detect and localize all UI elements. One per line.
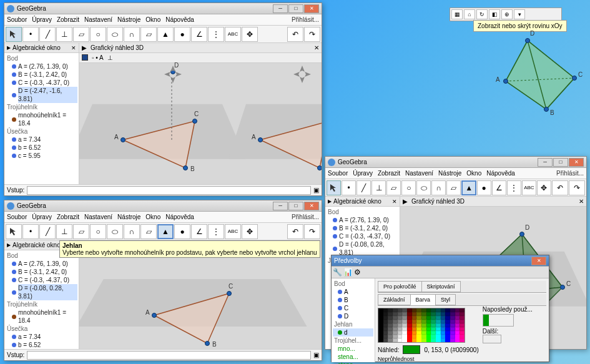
undo-button[interactable]: ↶ <box>287 27 303 42</box>
tool-text[interactable]: ABC <box>225 27 241 42</box>
point-marker[interactable] <box>183 165 188 170</box>
color-palette[interactable] <box>378 308 465 343</box>
tool-text[interactable]: ABC <box>225 224 241 239</box>
menu-item[interactable]: Nástroje <box>117 16 140 23</box>
props-toolbar-icon[interactable]: ⚙ <box>354 268 361 277</box>
tool-plane[interactable]: ▱ <box>140 27 157 42</box>
close-button[interactable]: ✕ <box>304 4 319 13</box>
properties-dialog: Předvolby ✕ 🔧 📊 ⚙ Bod A B C D Jehlan d T… <box>331 255 549 362</box>
redo-button[interactable]: ↷ <box>304 27 320 42</box>
point-marker[interactable] <box>192 119 197 124</box>
tool-polygon[interactable]: ▱ <box>73 27 89 42</box>
tool-intersect[interactable]: ∩ <box>124 224 140 239</box>
rotate-button[interactable]: ↻ <box>476 9 488 19</box>
props-toolbar-icon[interactable]: 📊 <box>343 268 353 277</box>
tab-basic[interactable]: Základní <box>378 294 411 305</box>
command-input[interactable] <box>27 186 311 195</box>
menu-item[interactable]: Úpravy <box>32 16 52 23</box>
list-item[interactable]: b = 6.52 <box>6 144 77 152</box>
point-icon <box>12 72 16 77</box>
collapse-icon: ▶ <box>7 45 11 51</box>
close-button[interactable]: ✕ <box>531 257 546 265</box>
tool-pointer[interactable] <box>6 27 22 42</box>
category: Trojúhelník <box>6 103 77 111</box>
command-input[interactable] <box>27 351 311 360</box>
maximize-button[interactable]: □ <box>288 4 303 13</box>
app-title: GeoGebra <box>17 202 46 209</box>
tool-pyramid[interactable]: ▲ <box>461 180 476 195</box>
titlebar[interactable]: GeoGebra ─ □ ✕ <box>4 3 322 14</box>
point-marker[interactable] <box>317 165 322 170</box>
tab-advanced[interactable]: Pro pokročilé <box>378 281 422 292</box>
input-help-icon[interactable]: ▣ <box>313 187 319 194</box>
object-tree: Bod A B C D Jehlan d Trojúhel... mno... … <box>332 278 375 362</box>
menu-item[interactable]: Nápověda <box>165 16 194 23</box>
tool-angle[interactable]: ∠ <box>191 27 207 42</box>
pointer-icon <box>9 29 19 39</box>
color-value: 0, 153, 0 (#009900) <box>424 347 478 353</box>
list-item[interactable]: c = 5.95 <box>6 152 77 160</box>
list-item[interactable]: A = (2.76, 1.39, 0) <box>6 62 77 71</box>
menu-item[interactable]: Soubor <box>7 16 27 23</box>
tool-line[interactable]: ╱ <box>39 27 56 42</box>
list-item[interactable]: mnohoúhelník1 = 18.4 <box>6 111 77 127</box>
menu-item[interactable]: Zobrazit <box>57 16 79 23</box>
tool-polygon[interactable]: ▱ <box>73 224 89 239</box>
home-button[interactable]: ⌂ <box>464 9 475 19</box>
close-button[interactable]: ✕ <box>304 202 319 210</box>
tool-move[interactable]: ✥ <box>242 224 258 239</box>
undo-button[interactable]: ↶ <box>287 224 303 239</box>
zoom-button[interactable]: ⊕ <box>501 9 513 19</box>
close-panel-icon[interactable]: ✕ <box>71 45 76 51</box>
menu-item[interactable]: Okno <box>145 16 160 23</box>
point-marker[interactable] <box>258 137 263 142</box>
triangle-shape <box>86 68 242 184</box>
tool-conic[interactable]: ⬭ <box>107 27 123 42</box>
tool-point[interactable]: • <box>22 27 39 42</box>
titlebar[interactable]: GeoGebra ─□✕ <box>4 200 322 212</box>
tool-sphere[interactable]: ● <box>174 224 190 239</box>
axis-icon[interactable]: ⊥ <box>107 54 113 61</box>
list-item[interactable]: B = (-3.1, 2.42, 0) <box>6 71 77 79</box>
list-item[interactable]: C = (-0.3, -4.37, 0) <box>6 79 77 87</box>
point-marker[interactable] <box>120 137 125 142</box>
tab-color[interactable]: Barva <box>410 294 436 305</box>
tool-tooltip: JehlanVyberte nebo vytvořte mnohoúhelník… <box>59 240 320 258</box>
view-button[interactable]: ◧ <box>489 9 500 19</box>
tool-reflect[interactable]: ⋮ <box>208 224 224 239</box>
tool-perp[interactable]: ⊥ <box>56 224 72 239</box>
list-item[interactable]: D = (-2.47, -1.6, 3.81) <box>6 87 77 103</box>
menu-item[interactable]: Nastavení <box>84 16 112 23</box>
tool-angle[interactable]: ∠ <box>191 224 207 239</box>
options-button[interactable]: ▾ <box>514 9 525 19</box>
panel-header[interactable]: ▶Algebraické okno✕ <box>4 43 79 53</box>
input-help-icon[interactable]: ▣ <box>313 352 319 358</box>
other-color-button[interactable] <box>483 335 501 343</box>
minimize-button[interactable]: ─ <box>273 202 288 210</box>
tool-point[interactable]: • <box>22 224 39 239</box>
redo-button[interactable]: ↷ <box>304 224 320 239</box>
tool-plane[interactable]: ▱ <box>140 224 157 239</box>
maximize-button[interactable]: □ <box>288 202 303 210</box>
tool-reflect[interactable]: ⋮ <box>208 27 224 42</box>
login-link[interactable]: Přihlásit... <box>292 16 319 23</box>
props-toolbar-icon[interactable]: 🔧 <box>333 268 342 277</box>
tool-intersect[interactable]: ∩ <box>124 27 140 42</box>
tool-perp[interactable]: ⊥ <box>56 27 72 42</box>
list-item[interactable]: a = 7.34 <box>6 135 77 144</box>
tool-pointer[interactable] <box>6 224 22 239</box>
close-panel-icon[interactable]: ✕ <box>314 44 319 51</box>
tab-scripting[interactable]: Skriptování <box>421 281 461 292</box>
tool-circle[interactable]: ○ <box>90 27 106 42</box>
tool-circle[interactable]: ○ <box>90 224 106 239</box>
tool-line[interactable]: ╱ <box>39 224 56 239</box>
tool-conic[interactable]: ⬭ <box>107 224 123 239</box>
tool-sphere[interactable]: ● <box>174 27 190 42</box>
toggle-plane-button[interactable]: ▦ <box>451 9 463 19</box>
tab-style[interactable]: Styl <box>435 294 456 305</box>
minimize-button[interactable]: ─ <box>273 4 288 13</box>
tool-pyramid[interactable]: ▲ <box>157 27 174 42</box>
3d-view[interactable]: ▶Grafický náhled 3D✕ ◦ • A⊥ A B C D A B … <box>79 43 322 184</box>
tool-move[interactable]: ✥ <box>242 27 258 42</box>
tool-pyramid[interactable]: ▲ <box>157 224 174 239</box>
